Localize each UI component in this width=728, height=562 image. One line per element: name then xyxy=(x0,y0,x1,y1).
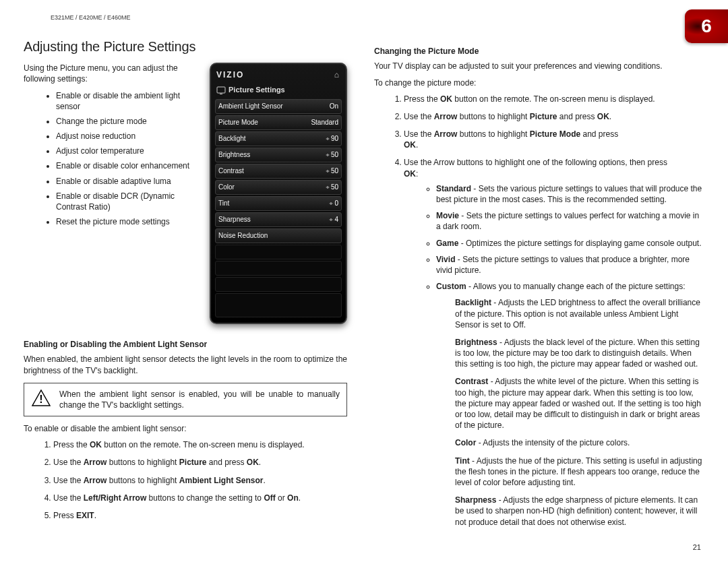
osd-row: Backlight◂▸90 xyxy=(215,131,342,146)
osd-brand: VIZIO xyxy=(216,69,244,80)
option: Standard - Sets the various picture sett… xyxy=(436,183,704,205)
warning-text: When the ambient light sensor is enabled… xyxy=(59,389,340,410)
option: Custom - Allows you to manually change e… xyxy=(436,281,704,292)
page-number: 21 xyxy=(693,542,701,553)
custom-sub: Tint - Adjusts the hue of the picture. T… xyxy=(455,456,704,489)
custom-sub: Color - Adjusts the intensity of the pic… xyxy=(455,437,704,448)
osd-blank xyxy=(215,293,342,317)
arrows-icon: ◂▸ xyxy=(250,152,331,159)
arrows-icon: ◂▸ xyxy=(251,216,335,224)
osd-row: Tint◂▸0 xyxy=(215,196,342,211)
picmode-intro: Your TV display can be adjusted to suit … xyxy=(374,61,704,71)
arrows-icon: ◂▸ xyxy=(235,184,331,191)
osd-row: Brightness◂▸50 xyxy=(215,148,342,162)
svg-text:!: ! xyxy=(39,394,42,405)
subhead-als: Enabling or Disabling the Ambient Light … xyxy=(24,339,347,350)
picture-settings-icon xyxy=(216,86,226,95)
arrows-icon: ◂▸ xyxy=(229,200,334,208)
option: Game - Optimizes the picture settings fo… xyxy=(436,238,704,249)
osd-row: Contrast◂▸50 xyxy=(215,164,342,179)
section-title: Adjusting the Picture Settings xyxy=(24,38,347,56)
custom-sub: Sharpness - Adjusts the edge sharpness o… xyxy=(455,495,704,528)
osd-row: Sharpness◂▸4 xyxy=(215,212,342,227)
arrows-icon: ◂▸ xyxy=(246,135,331,143)
osd-blank xyxy=(215,245,342,259)
home-icon: ⌂ xyxy=(334,69,339,80)
step: Use the Arrow buttons to highlight Pictu… xyxy=(404,111,704,122)
chapter-tab: 6 xyxy=(685,9,728,43)
subhead-picmode: Changing the Picture Mode xyxy=(374,46,704,57)
option: Movie - Sets the picture settings to val… xyxy=(436,210,704,232)
arrows-icon: ◂▸ xyxy=(244,168,331,175)
osd-menu: VIZIO ⌂ Picture Settings Ambient Light S… xyxy=(210,63,347,324)
als-paragraph: When enabled, the ambient light sensor d… xyxy=(24,354,347,375)
osd-blank xyxy=(215,261,342,276)
step: Use the Arrow buttons to highlight one o… xyxy=(404,157,704,527)
picmode-steps: Press the OK button on the remote. The o… xyxy=(374,94,704,528)
osd-row: Noise Reduction xyxy=(215,228,342,243)
step: Use the Left/Right Arrow buttons to chan… xyxy=(53,493,347,503)
step: Press the OK button on the remote. The o… xyxy=(404,94,704,104)
picmode-lead: To change the picture mode: xyxy=(374,77,704,88)
osd-row: Color◂▸50 xyxy=(215,180,342,195)
header-model: E321ME / E420ME / E460ME xyxy=(51,13,704,22)
custom-sub: Contrast - Adjusts the white level of th… xyxy=(455,376,704,431)
warning-icon: ! xyxy=(31,389,51,410)
step: Press EXIT. xyxy=(53,510,347,521)
step: Use the Arrow buttons to highlight Ambie… xyxy=(53,475,347,486)
als-steps: Press the OK button on the remote. The o… xyxy=(24,439,347,521)
osd-title: Picture Settings xyxy=(229,85,285,95)
custom-sub: Backlight - Adjusts the LED brightness t… xyxy=(455,297,704,330)
osd-blank xyxy=(215,277,342,292)
step: Press the OK button on the remote. The o… xyxy=(53,439,347,450)
custom-sub: Brightness - Adjusts the black level of … xyxy=(455,337,704,370)
mode-options: Standard - Sets the various picture sett… xyxy=(404,183,704,292)
osd-row: Ambient Light SensorOn xyxy=(215,99,342,114)
step: Use the Arrow buttons to highlight Pictu… xyxy=(53,457,347,468)
svg-rect-0 xyxy=(217,87,225,93)
left-column: Adjusting the Picture Settings VIZIO ⌂ P… xyxy=(24,38,347,534)
option: Vivid - Sets the picture settings to val… xyxy=(436,254,704,276)
warning-box: ! When the ambient light sensor is enabl… xyxy=(24,383,347,416)
svg-rect-1 xyxy=(220,94,222,94)
als-lead: To enable or disable the ambient light s… xyxy=(24,423,347,434)
step: Use the Arrow buttons to highlight Pictu… xyxy=(404,129,704,150)
right-column: Changing the Picture Mode Your TV displa… xyxy=(374,38,704,534)
osd-row: Picture ModeStandard xyxy=(215,115,342,130)
